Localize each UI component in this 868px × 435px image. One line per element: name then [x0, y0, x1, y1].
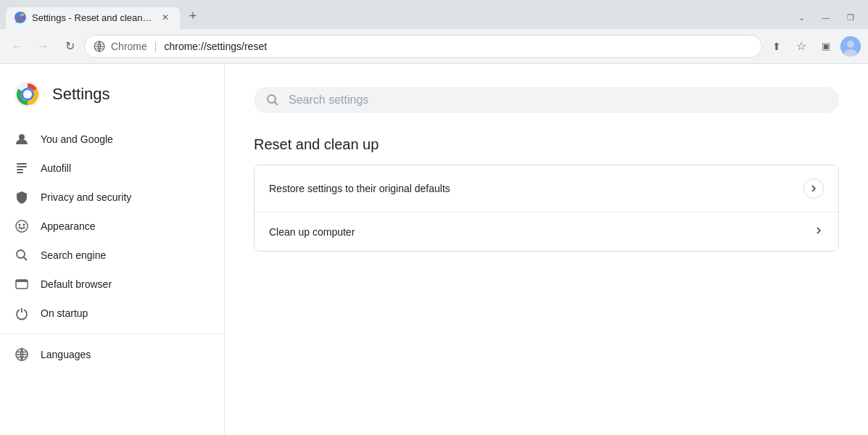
search-input[interactable]	[289, 94, 827, 107]
sidebar-item-label-privacy-security: Privacy and security	[41, 191, 131, 203]
svg-point-21	[17, 250, 25, 258]
omnibox-site-label: Chrome	[111, 41, 147, 52]
restore-defaults-row[interactable]: Restore settings to their original defau…	[255, 165, 838, 212]
sidebar-item-appearance[interactable]: Appearance	[0, 212, 212, 241]
minimize-button[interactable]: —	[814, 9, 838, 26]
shield-icon	[15, 190, 29, 204]
search-icon	[15, 248, 29, 262]
sidebar-item-label-on-startup: On startup	[41, 307, 88, 319]
svg-line-22	[24, 257, 28, 261]
sidebar-title: Settings	[52, 85, 110, 104]
sidebar-item-label-default-browser: Default browser	[41, 278, 112, 290]
search-bar-icon	[265, 93, 280, 107]
power-icon	[15, 306, 29, 320]
site-favicon-icon	[94, 41, 105, 52]
svg-point-17	[23, 224, 25, 226]
restore-defaults-arrow-icon	[803, 178, 824, 199]
sidebar-item-you-and-google[interactable]: You and Google	[0, 125, 212, 154]
reload-button[interactable]: ↻	[58, 35, 81, 58]
clean-up-computer-row[interactable]: Clean up computer	[255, 212, 838, 251]
chevron-down-button[interactable]: ⌄	[790, 9, 813, 26]
maximize-button[interactable]: ❐	[839, 9, 862, 26]
settings-sidebar: Settings You and Google	[0, 64, 225, 435]
palette-icon	[15, 219, 29, 233]
svg-point-4	[847, 41, 854, 48]
clean-up-arrow-icon	[814, 225, 824, 238]
section-title: Reset and clean up	[254, 136, 839, 153]
address-bar[interactable]: Chrome | chrome://settings/reset	[84, 35, 762, 58]
new-tab-button[interactable]: +	[183, 6, 203, 26]
profile-avatar	[840, 36, 861, 57]
svg-point-16	[19, 224, 21, 226]
svg-point-1	[19, 16, 22, 19]
sidebar-item-search-engine[interactable]: Search engine	[0, 241, 212, 270]
tab-title: Settings - Reset and clean up	[32, 12, 154, 23]
tab-close-button[interactable]: ✕	[160, 12, 171, 23]
svg-rect-13	[17, 169, 23, 170]
autofill-icon	[15, 161, 29, 175]
svg-point-10	[19, 134, 25, 140]
sidebar-divider	[0, 334, 224, 334]
clean-up-computer-label: Clean up computer	[269, 226, 814, 238]
search-bar[interactable]	[254, 87, 839, 113]
omnibox-separator: |	[154, 41, 157, 52]
sidebar-item-label-you-and-google: You and Google	[41, 133, 113, 145]
sidebar-item-languages[interactable]: Languages	[0, 340, 212, 369]
share-button[interactable]: ⬆	[765, 35, 788, 58]
main-content: Reset and clean up Restore settings to t…	[225, 64, 868, 435]
globe-icon	[15, 347, 29, 362]
tab-favicon-icon	[15, 12, 26, 23]
svg-point-18	[21, 228, 23, 230]
bookmark-button[interactable]: ☆	[790, 35, 813, 58]
svg-point-19	[19, 227, 21, 229]
svg-point-15	[16, 220, 28, 232]
svg-point-26	[268, 95, 276, 103]
svg-rect-14	[17, 172, 23, 173]
sidebar-item-label-appearance: Appearance	[41, 220, 96, 232]
sidebar-logo-area: Settings	[0, 75, 224, 125]
back-button[interactable]: ←	[6, 35, 29, 58]
sidebar-item-autofill[interactable]: Autofill	[0, 154, 212, 183]
settings-card: Restore settings to their original defau…	[254, 165, 839, 252]
svg-rect-12	[17, 166, 27, 167]
omnibox-url: chrome://settings/reset	[164, 41, 753, 52]
sidebar-item-privacy-security[interactable]: Privacy and security	[0, 183, 212, 212]
svg-point-20	[23, 227, 25, 229]
restore-defaults-label: Restore settings to their original defau…	[269, 183, 803, 194]
profile-button[interactable]	[839, 35, 862, 58]
forward-button[interactable]: →	[32, 35, 55, 58]
svg-rect-24	[16, 280, 28, 282]
sidebar-item-label-search-engine: Search engine	[41, 249, 106, 261]
sidebar-item-label-autofill: Autofill	[41, 162, 71, 174]
active-tab[interactable]: Settings - Reset and clean up ✕	[6, 7, 180, 29]
svg-line-27	[275, 102, 278, 106]
person-icon	[15, 132, 29, 146]
sidebar-item-label-languages: Languages	[41, 349, 91, 360]
sidebar-item-default-browser[interactable]: Default browser	[0, 270, 212, 299]
svg-rect-11	[17, 163, 27, 165]
sidebar-item-on-startup[interactable]: On startup	[0, 299, 212, 328]
svg-point-8	[23, 90, 32, 99]
browser-icon	[15, 277, 29, 291]
chrome-logo-icon	[15, 81, 41, 107]
extensions-button[interactable]: ▣	[814, 35, 838, 58]
